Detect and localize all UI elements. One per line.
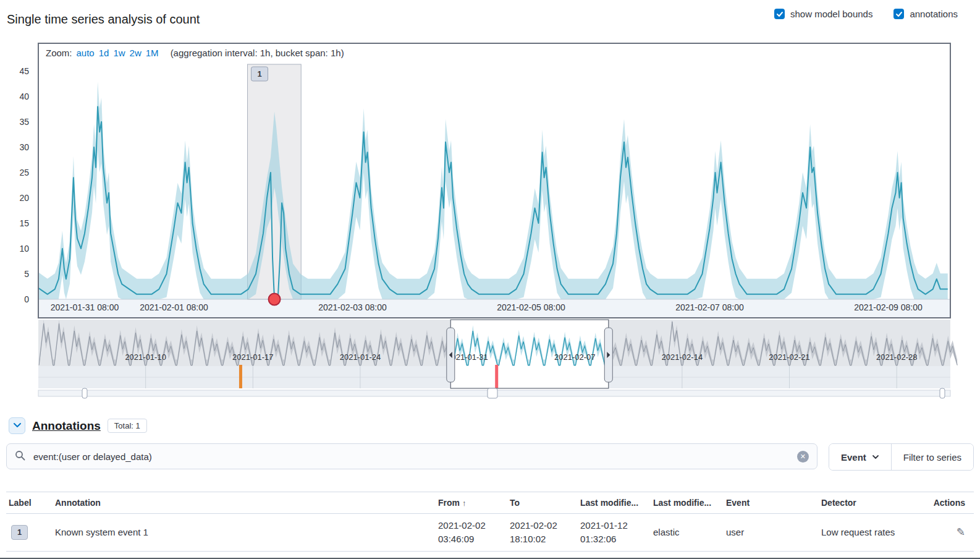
col-actions: Actions [922,492,974,514]
annotation-actions-cell: ✎ [922,514,974,552]
annotation-marker[interactable] [495,365,498,388]
annotations-search-box[interactable]: ✕ [6,443,817,469]
annotation-from-cell: 2021-02-0203:46:09 [436,514,507,552]
annotation-modified-cell: 2021-01-1201:32:06 [578,514,651,552]
svg-text:2021-01-24: 2021-01-24 [340,352,381,362]
chevron-down-icon [13,420,22,431]
annotations-search-input[interactable] [32,451,790,463]
svg-text:2021-02-09 08:00: 2021-02-09 08:00 [854,302,923,312]
svg-text:25: 25 [19,168,29,177]
svg-text:45: 45 [19,66,29,76]
edit-annotation-icon[interactable]: ✎ [957,526,965,538]
annotations-checkbox[interactable]: annotations [893,9,958,19]
col-last-modified-date[interactable]: Last modifie... [578,492,651,514]
single-metric-viewer-page: Single time series analysis of count sho… [0,0,980,559]
svg-text:2021-02-28: 2021-02-28 [876,352,918,362]
event-filter-dropdown[interactable]: Event [829,444,891,470]
sort-ascending-icon: ↑ [462,498,467,508]
svg-text:2021-02-05 08:00: 2021-02-05 08:00 [497,302,565,312]
chart-area: Zoom: auto 1d 1w 2w 1M (aggregation inte… [0,37,980,399]
col-last-modified-by[interactable]: Last modifie... [651,492,724,514]
single-metric-viewer-chart: 1 454035302520151050 2021-01-31 08:00202… [0,37,980,399]
annotation-event-cell: user [724,514,819,552]
annotation-marker[interactable] [239,365,242,388]
search-icon [15,450,25,463]
svg-text:20: 20 [19,193,29,203]
annotation-text-cell: Known system event 1 [53,514,436,552]
annotations-total-badge: Total: 1 [108,419,147,433]
clear-search-button[interactable]: ✕ [797,451,809,463]
svg-text:2021-02-01 08:00: 2021-02-01 08:00 [140,302,208,312]
svg-text:2021-02-21: 2021-02-21 [769,352,810,362]
show-model-bounds-checkbox[interactable]: show model bounds [774,9,872,19]
checkbox-checked-icon[interactable] [774,9,785,19]
zoom-label: Zoom: [46,48,72,58]
zoom-controls: Zoom: auto 1d 1w 2w 1M (aggregation inte… [46,48,344,58]
svg-text:10: 10 [19,244,29,254]
scrollbar-right-handle[interactable] [940,388,945,398]
annotations-toolbar: ✕ Event Filter to series [6,443,974,471]
show-model-bounds-label: show model bounds [790,9,872,19]
scrollbar-thumb[interactable] [488,388,497,398]
table-header-row: Label Annotation From↑ To Last modifie..… [6,492,974,514]
svg-text:2021-01-31 08:00: 2021-01-31 08:00 [51,302,119,312]
checkbox-checked-icon[interactable] [893,9,904,19]
svg-text:35: 35 [19,117,29,127]
annotation-label-badge: 1 [11,525,28,540]
col-to[interactable]: To [507,492,578,514]
svg-text:0: 0 [24,294,29,304]
zoom-auto-link[interactable]: auto [77,48,95,58]
col-event[interactable]: Event [724,492,819,514]
annotations-section-header: Annotations Total: 1 [9,417,980,434]
chart-option-checkboxes: show model bounds annotations [774,9,958,19]
col-from[interactable]: From↑ [436,492,507,514]
page-title: Single time series analysis of count [7,12,200,27]
svg-text:30: 30 [19,142,29,152]
svg-text:2021-02-14: 2021-02-14 [662,352,703,362]
aggregation-note: (aggregation interval: 1h, bucket span: … [171,48,344,58]
annotations-table: Label Annotation From↑ To Last modifie..… [6,492,974,552]
annotation-to-cell: 2021-02-0218:10:02 [507,514,578,552]
svg-text:2021-02-07 08:00: 2021-02-07 08:00 [675,302,744,312]
zoom-1w-link[interactable]: 1w [113,48,125,58]
zoom-1d-link[interactable]: 1d [99,48,109,58]
annotation-detector-cell: Low request rates [819,514,922,552]
svg-text:40: 40 [19,92,29,101]
svg-text:2021-02-03 08:00: 2021-02-03 08:00 [318,302,387,312]
annotation-row[interactable]: 1 Known system event 1 2021-02-0203:46:0… [6,514,974,552]
chart-scrollbar [38,388,950,398]
annotation-modified-by-cell: elastic [651,514,724,552]
svg-text:2021-01-17: 2021-01-17 [232,352,274,362]
col-detector[interactable]: Detector [819,492,922,514]
annotations-filter-group: Event Filter to series [829,443,974,471]
svg-text:2021-01-10: 2021-01-10 [125,352,166,362]
annotations-label: annotations [910,9,958,19]
zoom-1M-link[interactable]: 1M [146,48,159,58]
zoom-2w-link[interactable]: 2w [130,48,142,58]
svg-text:15: 15 [19,218,29,228]
topbar: Single time series analysis of count sho… [0,0,980,37]
chevron-down-icon [872,452,879,463]
svg-text:1: 1 [257,69,261,79]
scrollbar-left-handle[interactable] [82,388,87,398]
annotation-label-cell: 1 [6,514,53,552]
annotations-section-title[interactable]: Annotations [32,419,101,433]
filter-to-series-button[interactable]: Filter to series [891,444,973,470]
col-label[interactable]: Label [6,492,53,514]
annotations-accordion-toggle[interactable] [9,417,25,434]
svg-text:5: 5 [24,269,29,279]
col-annotation[interactable]: Annotation [53,492,436,514]
close-icon: ✕ [800,453,806,460]
y-axis-labels: 454035302520151050 [19,66,29,304]
svg-text:2021-02-07: 2021-02-07 [554,352,596,362]
anomaly-marker[interactable] [269,294,281,305]
